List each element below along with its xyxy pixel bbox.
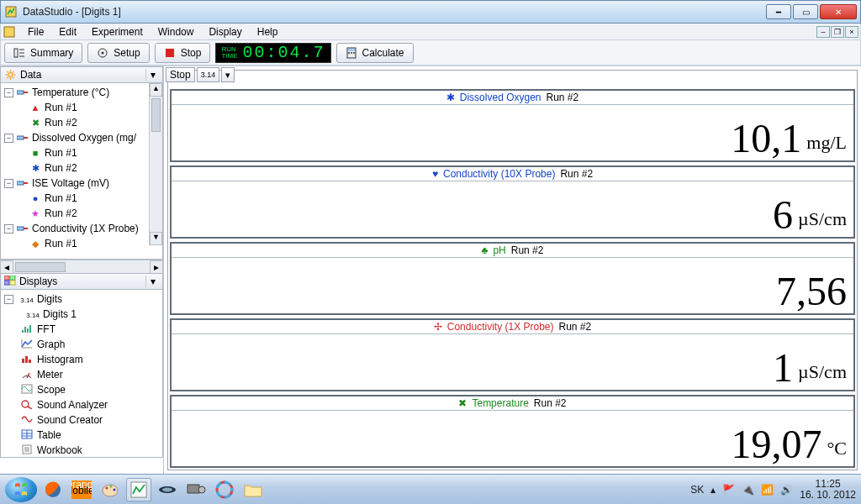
data-panel-header[interactable]: 🔅 Data ▾ <box>0 66 163 83</box>
sensor-name: Conductivity (1X Probe) <box>447 321 554 333</box>
task-app5-icon[interactable] <box>155 478 180 501</box>
displays-panel-header[interactable]: Displays ▾ <box>0 273 163 290</box>
menu-experiment[interactable]: Experiment <box>85 24 150 39</box>
data-panel-dropdown-icon[interactable]: ▾ <box>145 69 159 81</box>
svg-rect-16 <box>17 136 24 139</box>
data-tree-group[interactable]: −Dissolved Oxygen (mg/ <box>1 130 162 145</box>
data-tree-hscrollbar[interactable]: ◂▸ <box>0 260 163 273</box>
window-controls: ━ ▭ ✕ <box>766 4 857 19</box>
tray-volume-icon[interactable]: 🔊 <box>780 484 793 496</box>
task-app6-icon[interactable] <box>183 478 209 501</box>
calculate-button[interactable]: Calculate <box>336 43 414 63</box>
setup-button[interactable]: Setup <box>87 43 149 63</box>
display-item[interactable]: Meter <box>1 367 162 382</box>
minimize-button[interactable]: ━ <box>766 4 791 19</box>
maximize-button[interactable]: ▭ <box>793 4 818 19</box>
tray-show-hidden-icon[interactable]: ▴ <box>710 484 716 496</box>
data-tree-run[interactable]: ■Run #1 <box>1 145 162 160</box>
mdi-minimize-button[interactable]: – <box>816 26 830 38</box>
display-item-digits[interactable]: −3.14Digits <box>1 291 162 307</box>
collapse-icon[interactable]: − <box>4 88 13 97</box>
task-explorer-icon[interactable] <box>240 478 266 501</box>
timer-label-time: TIME <box>221 53 237 60</box>
menu-file[interactable]: File <box>21 24 50 39</box>
data-tree-run[interactable]: ▲Run #1 <box>1 100 162 115</box>
task-datastudio-icon[interactable] <box>126 478 151 501</box>
collapse-icon[interactable]: − <box>4 179 13 188</box>
display-item[interactable]: Histogram <box>1 352 162 367</box>
menu-help[interactable]: Help <box>251 24 285 39</box>
data-tree-group[interactable]: −Conductivity (1X Probe) <box>1 221 162 236</box>
reading-card[interactable]: ♥Conductivity (10X Probe)Run #26µS/cm <box>170 165 855 239</box>
card-body: 19,07°C <box>172 411 853 466</box>
tray-lang[interactable]: SK <box>690 484 704 496</box>
display-item[interactable]: Workbook <box>1 443 162 458</box>
reading-card[interactable]: ✱Dissolved OxygenRun #210,1mg/L <box>170 89 855 162</box>
close-button[interactable]: ✕ <box>820 4 857 19</box>
display-item[interactable]: Table <box>1 428 162 443</box>
card-run-label: Run #2 <box>547 92 579 103</box>
sensor-name: Dissolved Oxygen <box>460 92 541 103</box>
task-paint-icon[interactable] <box>98 478 123 501</box>
reading-card[interactable]: ✢Conductivity (1X Probe)Run #21µS/cm <box>170 318 855 391</box>
run-label: Run #2 <box>45 162 77 174</box>
displays-panel-dropdown-icon[interactable]: ▾ <box>145 276 159 287</box>
control-menu-icon[interactable] <box>3 25 16 39</box>
digits-stop-button[interactable]: Stop <box>166 67 195 82</box>
data-tree[interactable]: −Temperature (°C)▲Run #1✖Run #2−Dissolve… <box>0 83 163 260</box>
display-label: Digits 1 <box>43 308 77 320</box>
sensor-icon <box>17 178 29 188</box>
tray-device-icon[interactable]: 🔌 <box>742 484 754 496</box>
card-header: ♥Conductivity (10X Probe)Run #2 <box>172 167 853 181</box>
task-orange-icon[interactable]: OrangeMobiles <box>69 478 94 501</box>
tray-clock[interactable]: 11:25 16. 10. 2012 <box>800 479 856 501</box>
displays-panel-icon <box>4 276 16 288</box>
run-marker-icon: ● <box>29 193 41 203</box>
mdi-close-button[interactable]: × <box>845 26 858 38</box>
collapse-icon[interactable]: − <box>4 295 13 304</box>
menu-window[interactable]: Window <box>151 24 201 39</box>
display-item[interactable]: Graph <box>1 337 162 352</box>
data-tree-run[interactable]: ●Run #1 <box>1 191 162 206</box>
display-item[interactable]: Sound Analyzer <box>1 397 162 412</box>
data-tree-run[interactable]: ✖Run #2 <box>1 115 162 130</box>
data-tree-run[interactable]: ✱Run #2 <box>1 160 162 176</box>
summary-button[interactable]: Summary <box>4 43 82 63</box>
start-button[interactable] <box>5 477 37 502</box>
collapse-icon[interactable]: − <box>4 224 13 234</box>
digits-dropdown-button[interactable]: ▾ <box>221 67 235 82</box>
menu-display[interactable]: Display <box>202 24 248 39</box>
scope-icon <box>20 384 34 396</box>
svg-point-7 <box>102 51 104 54</box>
sensor-icon <box>17 87 29 97</box>
sensor-icon <box>17 133 29 143</box>
data-tree-vscrollbar[interactable]: ▲▼ <box>149 83 162 245</box>
tray-date: 16. 10. 2012 <box>800 490 856 501</box>
data-tree-group[interactable]: −Temperature (°C) <box>1 85 162 100</box>
display-item-digits-1[interactable]: 3.14Digits 1 <box>1 307 162 322</box>
tray-network-icon[interactable]: 📶 <box>761 484 774 496</box>
data-tree-run[interactable]: ◆Run #1 <box>1 236 162 251</box>
data-tree-run[interactable]: ★Run #2 <box>1 206 162 221</box>
svg-rect-22 <box>4 276 9 280</box>
tray-flag-icon[interactable]: 🚩 <box>722 484 735 496</box>
menu-edit[interactable]: Edit <box>52 24 83 39</box>
stop-button[interactable]: Stop <box>155 43 211 63</box>
display-item[interactable]: FFT <box>1 322 162 337</box>
run-marker-icon: ▲ <box>29 102 41 113</box>
reading-card[interactable]: ✖TemperatureRun #219,07°C <box>170 395 855 468</box>
svg-rect-11 <box>348 52 350 54</box>
digits-format-button[interactable]: 3.14 <box>197 67 220 82</box>
data-tree-group-label: Dissolved Oxygen (mg/ <box>32 132 136 144</box>
mdi-restore-button[interactable]: ❐ <box>831 26 844 38</box>
reading-card[interactable]: ♣pHRun #27,56 <box>170 242 855 315</box>
sensor-symbol-icon: ✖ <box>458 397 467 409</box>
display-item[interactable]: Sound Creator <box>1 412 162 428</box>
data-tree-group-label: Temperature (°C) <box>32 87 109 98</box>
task-firefox-icon[interactable] <box>40 478 66 501</box>
task-app7-icon[interactable] <box>212 478 237 501</box>
displays-tree[interactable]: −3.14Digits3.14Digits 1FFTGraphHistogram… <box>0 290 163 458</box>
display-item[interactable]: Scope <box>1 382 162 397</box>
collapse-icon[interactable]: − <box>4 134 13 143</box>
data-tree-group[interactable]: −ISE Voltage (mV) <box>1 176 162 191</box>
